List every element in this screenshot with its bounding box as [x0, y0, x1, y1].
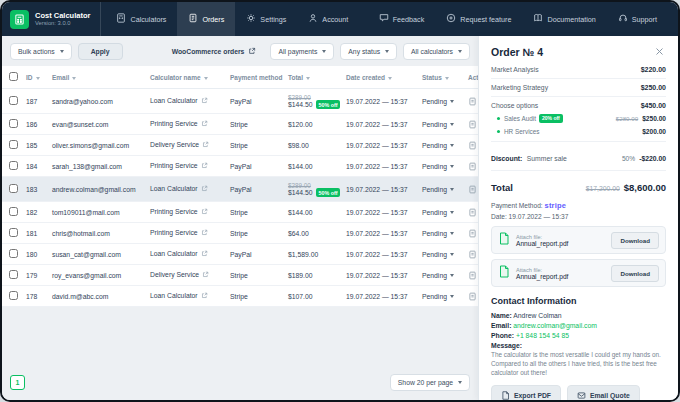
calculator-name-cell: Printing Service [146, 114, 226, 135]
invoice-icon[interactable] [468, 208, 477, 217]
column-header-status[interactable]: Status [418, 66, 464, 89]
status-select[interactable]: Pending [422, 98, 460, 105]
table-row[interactable]: 183 andrew.colman@gmail.com Loan Calcula… [2, 177, 496, 202]
status-select[interactable]: Pending [422, 163, 460, 170]
invoice-icon[interactable] [468, 292, 477, 301]
select-all-checkbox[interactable] [9, 72, 18, 81]
calculator-name-cell: Printing Service [146, 156, 226, 177]
bulk-actions-select[interactable]: Bulk actions [10, 43, 72, 60]
status-select[interactable]: Pending [422, 121, 460, 128]
woocommerce-orders-link[interactable]: WooCommerce orders [172, 47, 257, 56]
status-select[interactable]: Pending [422, 142, 460, 149]
open-calculator-icon[interactable] [201, 251, 208, 258]
status-select[interactable]: Pending [422, 251, 460, 258]
filter-payments-select[interactable]: All payments [270, 43, 334, 60]
table-row[interactable]: 186 evan@sunset.com Printing Service Str… [2, 114, 496, 135]
table-row[interactable]: 184 sarah_138@gmail.com Printing Service… [2, 156, 496, 177]
nav-account[interactable]: Account [297, 2, 359, 36]
invoice-icon[interactable] [468, 141, 477, 150]
row-checkbox[interactable] [9, 140, 18, 149]
status-select[interactable]: Pending [422, 230, 460, 237]
invoice-icon[interactable] [468, 97, 477, 106]
row-checkbox[interactable] [9, 184, 18, 193]
email-quote-button[interactable]: Email Quote [567, 385, 640, 400]
open-calculator-icon[interactable] [201, 230, 208, 237]
calculator-logo-icon [10, 10, 29, 29]
table-row[interactable]: 185 oliver.simons@gmail.com Delivery Ser… [2, 135, 496, 156]
invoice-icon[interactable] [468, 229, 477, 238]
open-calculator-icon[interactable] [201, 98, 208, 105]
invoice-icon[interactable] [468, 250, 477, 259]
status-select[interactable]: Pending [422, 293, 460, 300]
main-nav: Calculators Orders Settings Account [105, 2, 359, 36]
status-select[interactable]: Pending [422, 186, 460, 193]
invoice-icon[interactable] [468, 120, 477, 129]
nav-orders[interactable]: Orders [177, 2, 235, 36]
open-calculator-icon[interactable] [201, 293, 208, 300]
documentation-link[interactable]: Documentation [522, 2, 606, 36]
row-checkbox[interactable] [9, 249, 18, 258]
open-calculator-icon[interactable] [201, 163, 208, 170]
contact-email-link[interactable]: andrew.colman@gmail.com [513, 322, 597, 329]
per-page-select[interactable]: Show 20 per page [390, 374, 470, 391]
row-checkbox[interactable] [9, 270, 18, 279]
column-header-total[interactable]: Total [284, 66, 342, 89]
row-checkbox[interactable] [9, 161, 18, 170]
column-header-calculator[interactable]: Calculator name [146, 66, 226, 89]
date-created-cell: 19.07.2022 — 15:37 [342, 114, 418, 135]
table-row[interactable]: 178 david.m@abc.com Loan Calculator Stri… [2, 286, 496, 307]
open-calculator-icon[interactable] [201, 121, 208, 128]
table-row[interactable]: 182 tom109011@mail.com Printing Service … [2, 202, 496, 223]
row-checkbox[interactable] [9, 228, 18, 237]
per-page-label: Show 20 per page [398, 379, 453, 386]
download-button[interactable]: Download [611, 232, 659, 249]
column-header-payment[interactable]: Payment method [226, 66, 284, 89]
open-calculator-icon[interactable] [202, 272, 209, 279]
filter-calculators-select[interactable]: All calculators [403, 43, 470, 60]
status-cell: Pending [418, 89, 464, 114]
file-icon [498, 264, 510, 282]
chevron-down-icon [450, 295, 454, 298]
open-calculator-icon[interactable] [201, 209, 208, 216]
nav-calculators[interactable]: Calculators [105, 2, 177, 36]
close-icon[interactable] [653, 45, 666, 58]
invoice-icon[interactable] [468, 162, 477, 171]
payment-method-cell: PayPal [226, 156, 284, 177]
order-id-cell: 178 [22, 286, 48, 307]
chevron-down-icon [450, 232, 454, 235]
filter-status-select[interactable]: Any status [340, 43, 397, 60]
support-link[interactable]: Support [607, 2, 668, 36]
date-label: Date: [491, 213, 507, 220]
column-header-id[interactable]: ID [22, 66, 48, 89]
request-feature-link[interactable]: Request feature [435, 2, 522, 36]
row-checkbox[interactable] [9, 119, 18, 128]
export-pdf-button[interactable]: Export PDF [491, 385, 561, 400]
date-created-cell: 19.07.2022 — 15:37 [342, 223, 418, 244]
order-email-cell: tom109011@mail.com [48, 202, 146, 223]
row-checkbox[interactable] [9, 207, 18, 216]
page-1-button[interactable]: 1 [10, 375, 25, 390]
download-button[interactable]: Download [611, 265, 659, 282]
column-header-email[interactable]: Email [48, 66, 146, 89]
column-header-date[interactable]: Date created [342, 66, 418, 89]
invoice-icon[interactable] [468, 185, 477, 194]
discount-amount: -$220.00 [639, 155, 666, 162]
row-checkbox[interactable] [9, 291, 18, 300]
table-row[interactable]: 187 sandra@yahoo.com Loan Calculator Pay… [2, 89, 496, 114]
open-calculator-icon[interactable] [202, 142, 209, 149]
open-calculator-icon[interactable] [201, 186, 208, 193]
invoice-icon[interactable] [468, 271, 477, 280]
woocommerce-orders-label: WooCommerce orders [172, 48, 245, 55]
table-row[interactable]: 179 roy_evans@gmail.com Delivery Service… [2, 265, 496, 286]
row-checkbox[interactable] [9, 96, 18, 105]
current-total: $98.00 [288, 142, 309, 149]
status-select[interactable]: Pending [422, 272, 460, 279]
apply-button[interactable]: Apply [78, 43, 123, 60]
nav-settings[interactable]: Settings [235, 2, 297, 36]
table-row[interactable]: 180 susan_cat@gmail.com Loan Calculator … [2, 244, 496, 265]
feedback-link[interactable]: Feedback [368, 2, 436, 36]
table-row[interactable]: 181 chris@hotmail.com Printing Service S… [2, 223, 496, 244]
contact-phone-link[interactable]: +1 848 154 54 85 [516, 332, 569, 339]
status-select[interactable]: Pending [422, 209, 460, 216]
order-id-cell: 180 [22, 244, 48, 265]
